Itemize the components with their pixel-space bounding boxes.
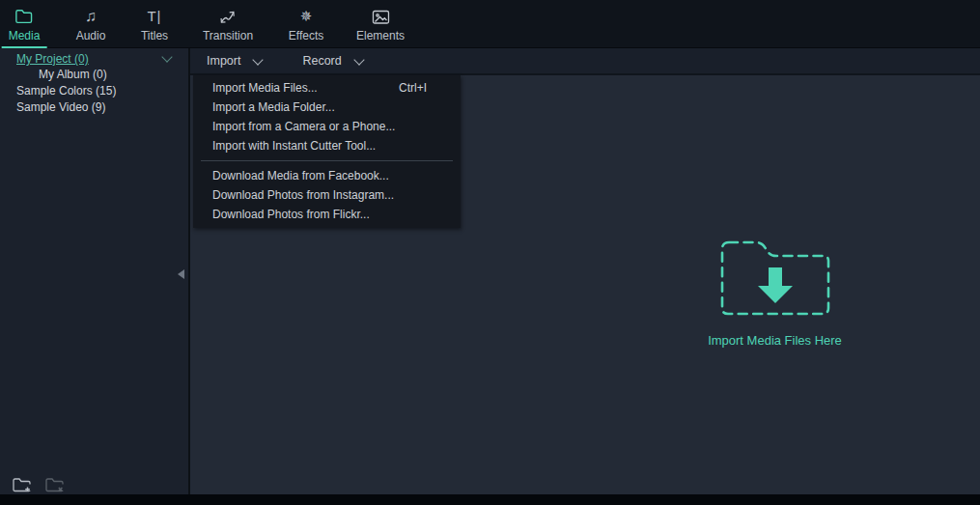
tab-elements[interactable]: Elements: [350, 0, 411, 48]
sidebar-item-sample-colors[interactable]: Sample Colors (15): [0, 83, 188, 98]
sidebar-item-label: Sample Video (9): [16, 100, 106, 114]
menu-item-label: Import Media Files...: [212, 78, 318, 98]
tab-audio[interactable]: ♫ Audio: [70, 0, 113, 48]
menu-item-label: Import with Instant Cutter Tool...: [212, 136, 376, 155]
chevron-down-icon[interactable]: [161, 51, 172, 62]
menu-item-download-flickr[interactable]: Download Photos from Flickr...: [193, 205, 461, 224]
menu-item-import-from-camera-phone[interactable]: Import from a Camera or a Phone...: [193, 117, 461, 136]
video-editor-window: Media ♫ Audio T| Titles Transition ✵ Eff…: [0, 0, 980, 505]
tab-titles[interactable]: T| Titles: [134, 0, 175, 48]
text-cursor-icon: T|: [147, 7, 161, 26]
bottom-bar: [0, 494, 980, 505]
tab-label: Titles: [141, 29, 168, 42]
tab-transition[interactable]: Transition: [196, 0, 260, 48]
menu-item-download-facebook[interactable]: Download Media from Facebook...: [193, 166, 461, 185]
menu-item-label: Download Photos from Flickr...: [212, 205, 370, 224]
sidebar-item-label: My Album (0): [39, 68, 107, 81]
import-media-dropzone[interactable]: Import Media Files Here: [700, 239, 850, 348]
dashed-folder-import-icon: [719, 239, 831, 319]
menu-separator: [201, 160, 453, 161]
import-dropdown-menu: Import Media Files... Ctrl+I Import a Me…: [193, 75, 461, 228]
import-record-toolbar: Import Record: [190, 48, 980, 75]
top-tab-bar: Media ♫ Audio T| Titles Transition ✵ Eff…: [0, 0, 980, 48]
media-folder-icon: [14, 7, 34, 26]
dropzone-label: Import Media Files Here: [700, 333, 850, 348]
tab-label: Effects: [289, 29, 323, 42]
record-menu-label: Record: [302, 54, 341, 68]
tab-label: Elements: [356, 29, 405, 42]
sidebar-item-my-project[interactable]: My Project (0): [0, 51, 188, 67]
sidebar-item-my-album[interactable]: My Album (0): [0, 67, 188, 82]
record-menu-button[interactable]: Record: [302, 54, 362, 68]
import-menu-button[interactable]: Import: [207, 54, 262, 68]
chevron-down-icon: [253, 54, 264, 65]
chevron-down-icon: [353, 54, 364, 65]
picture-icon: [372, 7, 390, 26]
tab-media[interactable]: Media: [2, 0, 47, 48]
menu-item-label: Download Media from Facebook...: [212, 166, 389, 185]
transition-arrow-icon: [218, 7, 238, 26]
menu-item-label: Import a Media Folder...: [212, 98, 335, 117]
delete-folder-button[interactable]: [44, 475, 66, 493]
media-library-sidebar: My Project (0) My Album (0) Sample Color…: [0, 48, 188, 494]
menu-item-import-media-folder[interactable]: Import a Media Folder...: [193, 98, 461, 117]
menu-item-label: Download Photos from Instagram...: [212, 185, 394, 205]
menu-item-import-instant-cutter[interactable]: Import with Instant Cutter Tool...: [193, 136, 461, 155]
menu-item-shortcut: Ctrl+I: [399, 78, 461, 98]
sparkle-star-icon: ✵: [300, 7, 313, 26]
sidebar-item-sample-video[interactable]: Sample Video (9): [0, 99, 188, 115]
music-note-icon: ♫: [85, 7, 97, 26]
library-tree: My Project (0) My Album (0) Sample Color…: [0, 51, 188, 115]
tab-label: Audio: [76, 29, 106, 42]
tab-label: Media: [9, 29, 41, 42]
menu-item-download-instagram[interactable]: Download Photos from Instagram...: [193, 185, 461, 205]
menu-item-import-media-files[interactable]: Import Media Files... Ctrl+I: [193, 78, 461, 98]
add-folder-button[interactable]: [12, 475, 33, 493]
sidebar-item-label: My Project (0): [16, 52, 89, 66]
import-menu-label: Import: [207, 54, 240, 68]
sidebar-collapse-arrow-icon[interactable]: [178, 269, 184, 279]
tab-label: Transition: [203, 29, 253, 42]
menu-item-label: Import from a Camera or a Phone...: [212, 117, 395, 136]
folder-actions: [12, 475, 66, 493]
download-arrow-icon: [758, 267, 793, 303]
tab-effects[interactable]: ✵ Effects: [282, 0, 330, 48]
sidebar-item-label: Sample Colors (15): [16, 84, 116, 98]
